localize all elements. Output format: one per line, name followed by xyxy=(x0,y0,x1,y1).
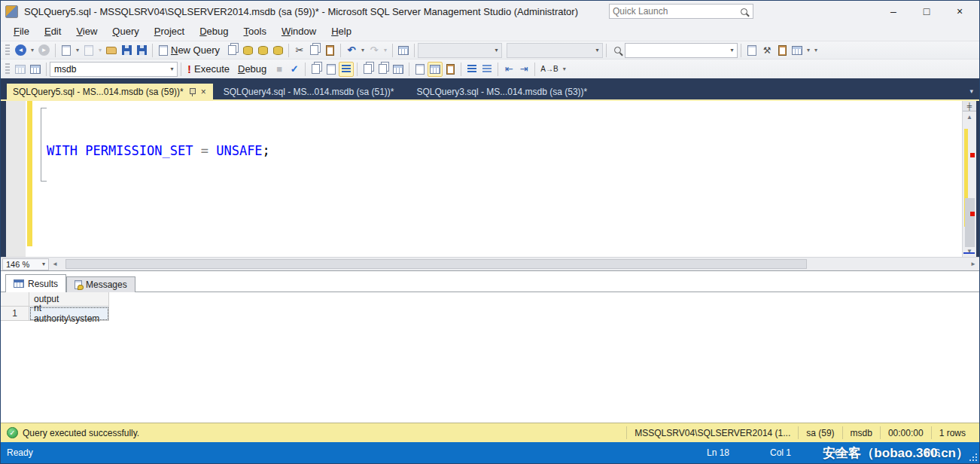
results-to-grid-button[interactable] xyxy=(428,62,443,77)
new-query-button[interactable]: New Query xyxy=(156,43,225,58)
redo-dropdown[interactable]: ▾ xyxy=(382,43,389,58)
mdx-query-button[interactable] xyxy=(240,43,255,58)
include-actual-plan-button[interactable] xyxy=(361,62,376,77)
tab-sqlquery4[interactable]: SQLQuery4.sql - MS...014.msdb (sa (51))* xyxy=(218,84,400,99)
new-project-button[interactable] xyxy=(59,43,74,58)
paste-button[interactable] xyxy=(322,43,337,58)
grid-cell-output[interactable]: nt authority\system xyxy=(29,307,109,321)
menu-edit[interactable]: Edit xyxy=(38,23,68,39)
include-client-statistics-button[interactable] xyxy=(391,62,406,77)
tab-messages[interactable]: Messages xyxy=(66,276,135,292)
editor-surface[interactable]: WITH PERMISSION_SET = UNSAFE; -- link th… xyxy=(26,101,962,257)
results-to-file-button[interactable] xyxy=(443,62,458,77)
code-line-1[interactable]: WITH PERMISSION_SET = UNSAFE; xyxy=(47,142,962,160)
activity-monitor-button[interactable] xyxy=(396,43,411,58)
tab-sqlquery3[interactable]: SQLQuery3.sql - MS...014.msdb (sa (53))* xyxy=(411,84,594,99)
menu-window[interactable]: Window xyxy=(275,23,323,39)
scroll-right-icon[interactable]: ► xyxy=(967,261,979,267)
tab-sqlquery5[interactable]: SQLQuery5.sql - MS...014.msdb (sa (59))*… xyxy=(7,84,213,99)
toolbar2-overflow-button[interactable]: ▾ xyxy=(561,62,568,77)
xmla-query-button[interactable] xyxy=(270,43,285,58)
scroll-up-icon[interactable]: ▲ xyxy=(963,111,976,123)
minimize-button[interactable]: – xyxy=(877,1,910,22)
results-to-text-button[interactable] xyxy=(412,62,428,77)
servers-dropdown[interactable]: ▾ xyxy=(805,43,812,58)
menu-tools[interactable]: Tools xyxy=(237,23,273,39)
execute-button[interactable]: ! Execute xyxy=(184,62,235,77)
zoom-level-combobox[interactable]: 146 % ▾ xyxy=(2,258,49,270)
properties-button[interactable]: ⚒ xyxy=(759,43,775,58)
scrollbar-track[interactable] xyxy=(963,123,976,246)
menu-debug[interactable]: Debug xyxy=(193,23,235,39)
menu-file[interactable]: File xyxy=(7,23,36,39)
close-button[interactable]: × xyxy=(943,1,976,22)
window-resize-grip[interactable] xyxy=(969,453,978,462)
toolbox-button[interactable] xyxy=(775,43,790,58)
quick-launch-input[interactable] xyxy=(610,6,741,17)
horizontal-scrollbar-thumb[interactable] xyxy=(65,259,807,269)
tab-list-dropdown[interactable]: ▾ xyxy=(969,87,973,95)
database-combobox[interactable]: msdb ▾ xyxy=(50,62,178,77)
menu-project[interactable]: Project xyxy=(148,23,191,39)
pin-icon[interactable] xyxy=(188,87,196,96)
undo-dropdown[interactable]: ▾ xyxy=(359,43,367,58)
increase-indent-button[interactable]: ⇥ xyxy=(516,62,531,77)
save-button[interactable] xyxy=(119,43,134,58)
parse-button[interactable]: ✓ xyxy=(287,62,302,77)
decrease-indent-button[interactable]: ⇤ xyxy=(501,62,516,77)
code-line-3[interactable]: -- link the assembly to a stored procedu… xyxy=(47,255,962,257)
include-live-query-stats-button[interactable] xyxy=(376,62,391,77)
find-button[interactable] xyxy=(610,43,625,58)
scrollbar-thumb[interactable] xyxy=(965,198,975,247)
outlining-bracket[interactable] xyxy=(41,108,47,182)
open-file-button[interactable] xyxy=(104,43,119,58)
grid-corner-cell[interactable] xyxy=(1,292,29,307)
display-estimated-plan-button[interactable] xyxy=(309,62,324,77)
redo-button[interactable]: ↷ xyxy=(367,43,382,58)
menu-query[interactable]: Query xyxy=(105,23,145,39)
query-options-button[interactable] xyxy=(324,62,339,77)
save-all-button[interactable] xyxy=(134,43,149,58)
cut-button[interactable]: ✂ xyxy=(292,43,307,58)
toolbar-gripper[interactable] xyxy=(5,63,10,75)
navigate-forward-button[interactable]: ► xyxy=(36,43,52,58)
grid-row-number[interactable]: 1 xyxy=(1,307,29,321)
code-text[interactable]: WITH PERMISSION_SET = UNSAFE; -- link th… xyxy=(47,104,962,257)
scroll-down-icon[interactable]: ▼ xyxy=(963,246,976,257)
find-combobox[interactable]: ▾ xyxy=(625,43,738,58)
results-pane: Results Messages output 1 nt authority\s… xyxy=(1,270,979,423)
uncomment-button[interactable] xyxy=(479,62,495,77)
database-engine-query-button[interactable] xyxy=(225,43,240,58)
horizontal-scrollbar-track[interactable] xyxy=(61,258,967,270)
menu-help[interactable]: Help xyxy=(324,23,358,39)
xml-editor-button[interactable] xyxy=(744,43,759,58)
toolbar1-overflow-button[interactable]: ▾ xyxy=(812,43,820,58)
dmx-query-button[interactable] xyxy=(255,43,270,58)
vertical-scrollbar[interactable]: ╪ ▲ ▼ xyxy=(962,101,976,257)
registered-servers-button[interactable] xyxy=(790,43,805,58)
connect-button[interactable] xyxy=(13,62,28,77)
add-item-button[interactable] xyxy=(81,43,96,58)
tab-close-icon[interactable]: × xyxy=(200,87,207,97)
scroll-left-icon[interactable]: ◄ xyxy=(49,261,61,267)
search-icon xyxy=(741,8,747,15)
debug-button[interactable]: Debug xyxy=(235,62,272,77)
change-connection-button[interactable] xyxy=(28,62,43,77)
tab-results[interactable]: Results xyxy=(5,274,66,292)
add-item-dropdown[interactable]: ▾ xyxy=(96,43,104,58)
maximize-button[interactable]: □ xyxy=(910,1,943,22)
specify-template-parameters-button[interactable]: A→B xyxy=(538,62,560,77)
splitter-handle-icon[interactable]: ╪ xyxy=(963,101,976,111)
navigate-backward-button[interactable]: ◄ xyxy=(13,43,29,58)
intellisense-enabled-button[interactable] xyxy=(339,62,354,77)
menu-view[interactable]: View xyxy=(69,23,104,39)
navigate-backward-dropdown[interactable]: ▾ xyxy=(29,43,36,58)
stop-button[interactable]: ■ xyxy=(272,62,287,77)
code-line-2[interactable] xyxy=(47,198,962,217)
toolbar-gripper[interactable] xyxy=(5,44,10,56)
comment-button[interactable] xyxy=(464,62,479,77)
copy-button[interactable] xyxy=(307,43,322,58)
undo-button[interactable]: ↶ xyxy=(344,43,359,58)
new-project-dropdown[interactable]: ▾ xyxy=(74,43,81,58)
quick-launch-box[interactable] xyxy=(609,4,753,19)
